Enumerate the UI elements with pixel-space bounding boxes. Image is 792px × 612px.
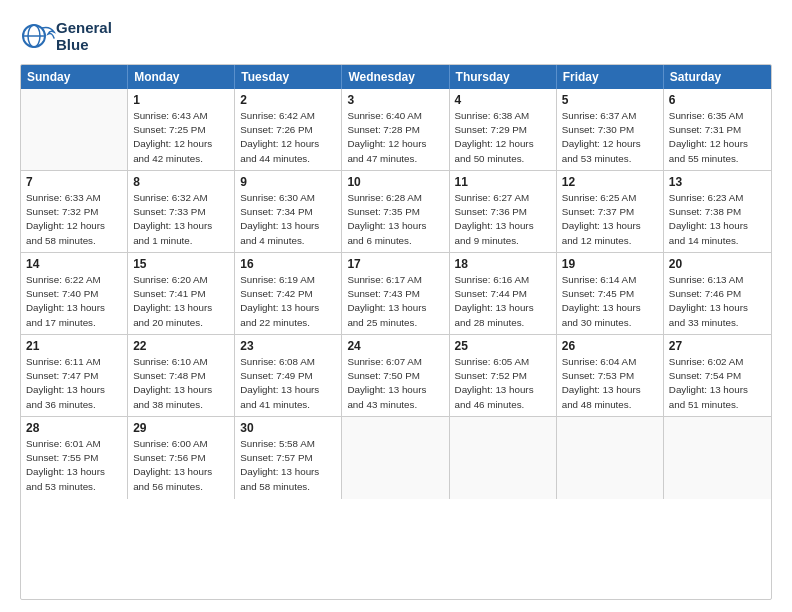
day-number: 1 [133,93,229,107]
calendar-cell: 8Sunrise: 6:32 AM Sunset: 7:33 PM Daylig… [128,171,235,252]
day-number: 4 [455,93,551,107]
calendar-row: 7Sunrise: 6:33 AM Sunset: 7:32 PM Daylig… [21,171,771,253]
calendar-row: 14Sunrise: 6:22 AM Sunset: 7:40 PM Dayli… [21,253,771,335]
day-number: 28 [26,421,122,435]
calendar-cell: 9Sunrise: 6:30 AM Sunset: 7:34 PM Daylig… [235,171,342,252]
calendar-cell: 30Sunrise: 5:58 AM Sunset: 7:57 PM Dayli… [235,417,342,499]
day-info: Sunrise: 6:33 AM Sunset: 7:32 PM Dayligh… [26,191,122,248]
day-number: 23 [240,339,336,353]
day-number: 10 [347,175,443,189]
calendar-cell: 16Sunrise: 6:19 AM Sunset: 7:42 PM Dayli… [235,253,342,334]
logo-line1: General [56,19,112,36]
day-number: 9 [240,175,336,189]
page-header: General Blue [20,18,772,54]
calendar-cell: 19Sunrise: 6:14 AM Sunset: 7:45 PM Dayli… [557,253,664,334]
day-info: Sunrise: 6:16 AM Sunset: 7:44 PM Dayligh… [455,273,551,330]
day-info: Sunrise: 6:40 AM Sunset: 7:28 PM Dayligh… [347,109,443,166]
calendar-cell: 1Sunrise: 6:43 AM Sunset: 7:25 PM Daylig… [128,89,235,170]
calendar-cell: 5Sunrise: 6:37 AM Sunset: 7:30 PM Daylig… [557,89,664,170]
day-number: 20 [669,257,766,271]
weekday-header: Sunday [21,65,128,89]
day-info: Sunrise: 6:13 AM Sunset: 7:46 PM Dayligh… [669,273,766,330]
calendar-cell: 20Sunrise: 6:13 AM Sunset: 7:46 PM Dayli… [664,253,771,334]
calendar-cell: 13Sunrise: 6:23 AM Sunset: 7:38 PM Dayli… [664,171,771,252]
calendar-cell: 6Sunrise: 6:35 AM Sunset: 7:31 PM Daylig… [664,89,771,170]
day-info: Sunrise: 6:32 AM Sunset: 7:33 PM Dayligh… [133,191,229,248]
day-number: 27 [669,339,766,353]
calendar-cell: 14Sunrise: 6:22 AM Sunset: 7:40 PM Dayli… [21,253,128,334]
day-info: Sunrise: 6:38 AM Sunset: 7:29 PM Dayligh… [455,109,551,166]
day-number: 19 [562,257,658,271]
day-info: Sunrise: 6:10 AM Sunset: 7:48 PM Dayligh… [133,355,229,412]
calendar-cell: 2Sunrise: 6:42 AM Sunset: 7:26 PM Daylig… [235,89,342,170]
day-info: Sunrise: 6:02 AM Sunset: 7:54 PM Dayligh… [669,355,766,412]
day-info: Sunrise: 6:27 AM Sunset: 7:36 PM Dayligh… [455,191,551,248]
day-number: 17 [347,257,443,271]
calendar-cell: 3Sunrise: 6:40 AM Sunset: 7:28 PM Daylig… [342,89,449,170]
calendar-cell: 25Sunrise: 6:05 AM Sunset: 7:52 PM Dayli… [450,335,557,416]
logo-icon [20,18,56,54]
calendar-cell: 24Sunrise: 6:07 AM Sunset: 7:50 PM Dayli… [342,335,449,416]
calendar-row: 28Sunrise: 6:01 AM Sunset: 7:55 PM Dayli… [21,417,771,499]
day-number: 16 [240,257,336,271]
calendar-row: 1Sunrise: 6:43 AM Sunset: 7:25 PM Daylig… [21,89,771,171]
weekday-header: Saturday [664,65,771,89]
day-number: 15 [133,257,229,271]
calendar-cell [557,417,664,499]
day-number: 5 [562,93,658,107]
day-info: Sunrise: 6:20 AM Sunset: 7:41 PM Dayligh… [133,273,229,330]
weekday-header: Friday [557,65,664,89]
day-number: 6 [669,93,766,107]
calendar-cell: 22Sunrise: 6:10 AM Sunset: 7:48 PM Dayli… [128,335,235,416]
day-info: Sunrise: 6:23 AM Sunset: 7:38 PM Dayligh… [669,191,766,248]
day-number: 14 [26,257,122,271]
calendar-cell: 29Sunrise: 6:00 AM Sunset: 7:56 PM Dayli… [128,417,235,499]
calendar-cell [21,89,128,170]
day-info: Sunrise: 6:22 AM Sunset: 7:40 PM Dayligh… [26,273,122,330]
day-info: Sunrise: 5:58 AM Sunset: 7:57 PM Dayligh… [240,437,336,494]
calendar-cell: 18Sunrise: 6:16 AM Sunset: 7:44 PM Dayli… [450,253,557,334]
day-number: 22 [133,339,229,353]
calendar-header: SundayMondayTuesdayWednesdayThursdayFrid… [21,65,771,89]
calendar-cell: 4Sunrise: 6:38 AM Sunset: 7:29 PM Daylig… [450,89,557,170]
day-info: Sunrise: 6:28 AM Sunset: 7:35 PM Dayligh… [347,191,443,248]
day-number: 25 [455,339,551,353]
day-number: 18 [455,257,551,271]
day-info: Sunrise: 6:43 AM Sunset: 7:25 PM Dayligh… [133,109,229,166]
day-number: 11 [455,175,551,189]
day-info: Sunrise: 6:35 AM Sunset: 7:31 PM Dayligh… [669,109,766,166]
weekday-header: Thursday [450,65,557,89]
day-info: Sunrise: 6:42 AM Sunset: 7:26 PM Dayligh… [240,109,336,166]
day-number: 26 [562,339,658,353]
calendar-cell [450,417,557,499]
day-number: 8 [133,175,229,189]
day-number: 3 [347,93,443,107]
logo-line2: Blue [56,36,112,53]
day-info: Sunrise: 6:04 AM Sunset: 7:53 PM Dayligh… [562,355,658,412]
calendar-cell: 17Sunrise: 6:17 AM Sunset: 7:43 PM Dayli… [342,253,449,334]
day-number: 21 [26,339,122,353]
day-number: 13 [669,175,766,189]
calendar-cell: 27Sunrise: 6:02 AM Sunset: 7:54 PM Dayli… [664,335,771,416]
calendar-cell: 21Sunrise: 6:11 AM Sunset: 7:47 PM Dayli… [21,335,128,416]
calendar-cell: 12Sunrise: 6:25 AM Sunset: 7:37 PM Dayli… [557,171,664,252]
day-info: Sunrise: 6:19 AM Sunset: 7:42 PM Dayligh… [240,273,336,330]
day-info: Sunrise: 6:30 AM Sunset: 7:34 PM Dayligh… [240,191,336,248]
calendar: SundayMondayTuesdayWednesdayThursdayFrid… [20,64,772,600]
day-number: 2 [240,93,336,107]
weekday-header: Wednesday [342,65,449,89]
day-info: Sunrise: 6:01 AM Sunset: 7:55 PM Dayligh… [26,437,122,494]
day-number: 29 [133,421,229,435]
day-info: Sunrise: 6:17 AM Sunset: 7:43 PM Dayligh… [347,273,443,330]
logo-text: General Blue [56,19,112,54]
day-info: Sunrise: 6:11 AM Sunset: 7:47 PM Dayligh… [26,355,122,412]
calendar-cell: 10Sunrise: 6:28 AM Sunset: 7:35 PM Dayli… [342,171,449,252]
calendar-cell: 15Sunrise: 6:20 AM Sunset: 7:41 PM Dayli… [128,253,235,334]
calendar-cell [342,417,449,499]
calendar-row: 21Sunrise: 6:11 AM Sunset: 7:47 PM Dayli… [21,335,771,417]
day-number: 24 [347,339,443,353]
calendar-cell [664,417,771,499]
calendar-cell: 23Sunrise: 6:08 AM Sunset: 7:49 PM Dayli… [235,335,342,416]
calendar-cell: 11Sunrise: 6:27 AM Sunset: 7:36 PM Dayli… [450,171,557,252]
day-info: Sunrise: 6:07 AM Sunset: 7:50 PM Dayligh… [347,355,443,412]
